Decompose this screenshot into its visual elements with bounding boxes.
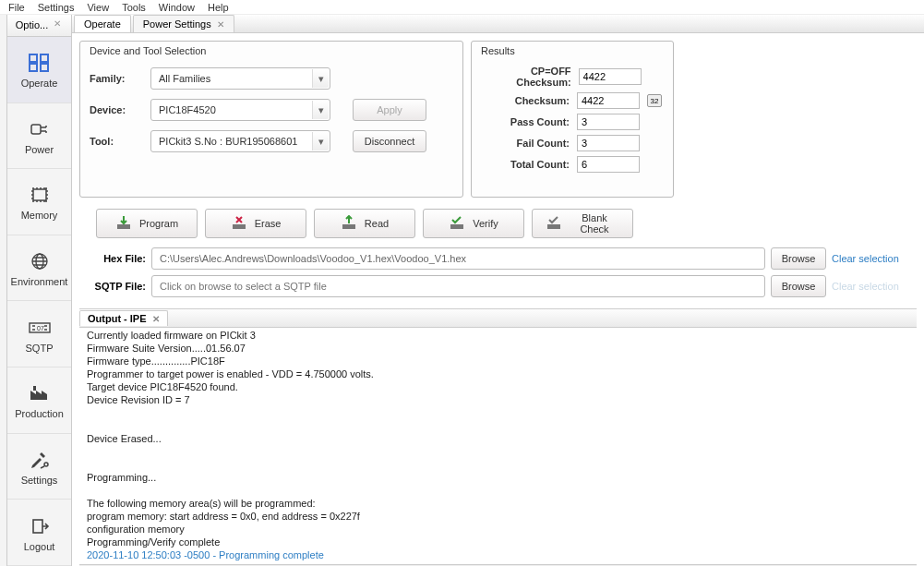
total-value[interactable] (577, 156, 640, 173)
sqtp-file-input[interactable] (151, 275, 765, 297)
nav-label: Power (25, 144, 54, 155)
close-icon[interactable]: ✕ (217, 19, 224, 30)
device-combo[interactable]: ▾ (150, 99, 330, 121)
button-label: Blank Check (570, 212, 619, 235)
fail-value[interactable] (577, 135, 640, 151)
memory-icon (28, 182, 52, 208)
svg-rect-12 (33, 520, 42, 533)
family-label: Family: (90, 73, 150, 84)
erase-icon (231, 215, 247, 232)
chevron-down-icon[interactable]: ▾ (312, 101, 329, 119)
output-pane: Output - IPE ✕ Currently loaded firmware… (79, 308, 917, 566)
nav-label: Production (15, 408, 64, 419)
menu-settings[interactable]: Settings (31, 2, 81, 13)
left-gutter (0, 15, 7, 566)
program-button[interactable]: Program (96, 209, 198, 238)
nav-operate[interactable]: Operate (7, 37, 71, 103)
checksum-value[interactable] (577, 92, 640, 109)
hex-clear-link[interactable]: Clear selection (832, 253, 915, 264)
svg-text:07: 07 (37, 325, 44, 331)
nav-logout[interactable]: Logout (7, 500, 71, 566)
chevron-down-icon[interactable]: ▾ (312, 132, 329, 151)
read-icon (341, 215, 357, 232)
tab-power-settings[interactable]: Power Settings ✕ (133, 15, 234, 32)
fail-label: Fail Count: (517, 138, 570, 149)
nav-label: Settings (21, 475, 58, 486)
operate-icon (28, 50, 52, 76)
family-input[interactable] (150, 67, 330, 90)
output-console[interactable]: Currently loaded firmware on PICkit 3 Fi… (79, 328, 917, 564)
family-combo[interactable]: ▾ (150, 67, 330, 90)
menu-help[interactable]: Help (201, 2, 235, 13)
tools-icon (29, 447, 51, 473)
chevron-down-icon[interactable]: ▾ (312, 69, 329, 88)
nav-label: Logout (24, 541, 55, 552)
sidebar: Optio... ✕ Operate Power Memory Envir (7, 15, 72, 566)
device-input[interactable] (150, 99, 330, 121)
pass-value[interactable] (577, 114, 640, 130)
sidebar-tab-header[interactable]: Optio... ✕ (7, 15, 71, 37)
sidebar-tab-label: Optio... (16, 19, 48, 30)
menu-window[interactable]: Window (152, 2, 201, 13)
verify-icon (449, 215, 465, 232)
svg-rect-17 (547, 224, 560, 229)
svg-rect-2 (30, 64, 37, 71)
checksum-label: Checksum: (515, 95, 570, 106)
svg-rect-10 (33, 386, 36, 391)
verify-button[interactable]: Verify (423, 209, 524, 238)
nav-sqtp[interactable]: 07 SQTP (7, 301, 71, 367)
close-icon[interactable]: ✕ (152, 314, 160, 324)
blank-check-icon (546, 215, 562, 232)
menu-bar: File Settings View Tools Window Help (0, 0, 924, 15)
output-tab[interactable]: Output - IPE ✕ (79, 310, 168, 326)
nav-production[interactable]: Production (7, 367, 71, 434)
menu-file[interactable]: File (2, 2, 31, 13)
hex-browse-button[interactable]: Browse (771, 247, 826, 270)
blank-check-button[interactable]: Blank Check (532, 209, 633, 238)
menu-tools[interactable]: Tools (115, 2, 152, 13)
svg-rect-13 (117, 224, 130, 229)
nav-memory[interactable]: Memory (7, 169, 71, 235)
disconnect-button[interactable]: Disconnect (353, 130, 426, 152)
factory-icon (28, 380, 52, 406)
read-button[interactable]: Read (314, 209, 415, 238)
content-tabs: Operate Power Settings ✕ (72, 15, 924, 33)
button-label: Read (365, 218, 389, 229)
svg-rect-4 (31, 125, 41, 134)
main-content: Operate Power Settings ✕ Device and Tool… (72, 15, 924, 566)
hex-toggle-button[interactable]: 32 (647, 94, 662, 107)
results-panel: Results CP=OFF Checksum: Checksum: 32 Pa… (471, 41, 674, 198)
menu-view[interactable]: View (80, 2, 115, 13)
svg-point-11 (44, 463, 48, 466)
nav-settings[interactable]: Settings (7, 434, 71, 500)
hex-file-label: Hex File: (81, 253, 146, 264)
tab-operate[interactable]: Operate (74, 15, 131, 32)
sqtp-clear-link: Clear selection (832, 281, 915, 292)
tool-label: Tool: (90, 136, 150, 147)
device-label: Device: (90, 104, 150, 115)
cpoff-value[interactable] (579, 68, 642, 85)
device-tool-panel: Device and Tool Selection Family: ▾ Devi… (79, 41, 463, 198)
cpoff-label: CP=OFF Checksum: (483, 66, 571, 88)
tool-combo[interactable]: ▾ (150, 130, 330, 152)
close-icon[interactable]: ✕ (52, 19, 63, 30)
action-bar: Program Erase Read Verify (72, 205, 924, 247)
tool-input[interactable] (150, 130, 330, 152)
svg-rect-0 (30, 54, 37, 62)
svg-rect-5 (33, 189, 46, 200)
svg-rect-14 (233, 224, 246, 229)
hex-file-input[interactable] (151, 247, 765, 270)
button-label: Verify (473, 218, 498, 229)
apply-button[interactable]: Apply (353, 99, 426, 121)
tab-label: Output - IPE (88, 313, 147, 324)
nav-power[interactable]: Power (7, 103, 71, 170)
nav-environment[interactable]: Environment (7, 235, 71, 302)
svg-rect-3 (41, 64, 48, 71)
program-icon (115, 215, 132, 232)
panel-title: Results (481, 45, 515, 56)
erase-button[interactable]: Erase (205, 209, 306, 238)
logout-icon (29, 513, 51, 539)
sqtp-browse-button[interactable]: Browse (771, 275, 826, 297)
nav-label: Environment (11, 276, 68, 287)
power-icon (28, 116, 52, 142)
